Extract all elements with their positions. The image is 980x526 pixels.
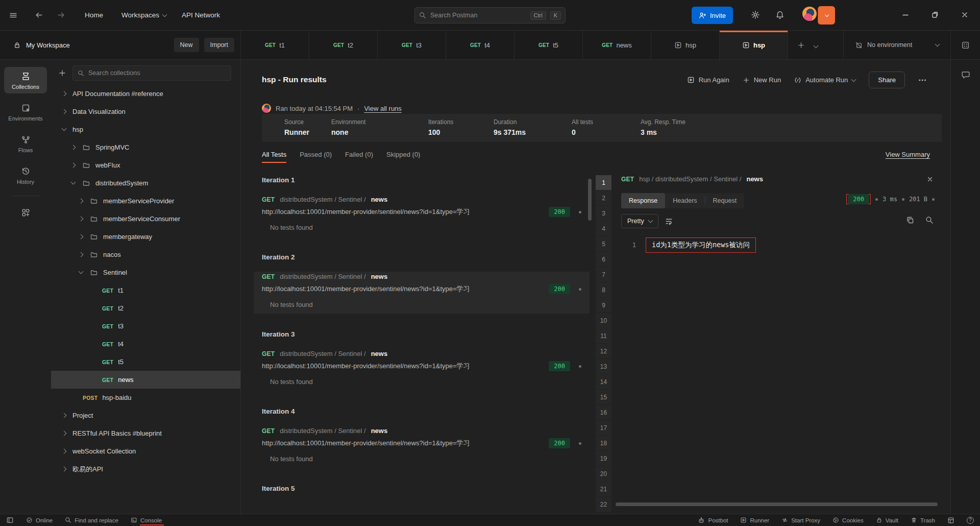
layout-panel-icon[interactable]	[950, 31, 980, 59]
back-arrow-icon[interactable]	[35, 11, 43, 19]
wrap-text-icon[interactable]	[665, 217, 673, 226]
rail-item-more-blocks[interactable]	[4, 203, 47, 221]
automate-run-button[interactable]: Automate Run	[794, 76, 855, 84]
tab-t5[interactable]: GETt5	[514, 31, 583, 59]
comment-icon[interactable]	[961, 70, 970, 514]
help-icon[interactable]: ?	[967, 517, 974, 524]
nav-api-network[interactable]: API Network	[182, 11, 220, 19]
iteration-number[interactable]: 17	[596, 420, 611, 436]
add-collection-plus-icon[interactable]	[58, 69, 66, 77]
iteration-number[interactable]: 5	[596, 236, 611, 252]
tree-item-folder[interactable]: nacos	[51, 246, 240, 264]
iteration-number[interactable]: 6	[596, 252, 611, 267]
menu-icon[interactable]	[9, 11, 17, 19]
start-proxy-button[interactable]: Start Proxy	[781, 517, 820, 523]
collections-search-input[interactable]	[88, 69, 226, 77]
iteration-number[interactable]: 13	[596, 359, 611, 374]
forward-arrow-icon[interactable]	[57, 11, 65, 19]
trash-button[interactable]: Trash	[911, 517, 935, 523]
tree-item-collection[interactable]: hsp	[51, 121, 240, 138]
view-all-runs-link[interactable]: View all runs	[364, 105, 401, 112]
notifications-bell-icon[interactable]	[775, 10, 785, 19]
window-close-button[interactable]	[961, 9, 969, 20]
tab-news[interactable]: GETnews	[583, 31, 651, 59]
iteration-number[interactable]: 12	[596, 344, 611, 359]
horizontal-scrollbar[interactable]	[616, 503, 938, 506]
tree-item-folder[interactable]: distributedSystem	[51, 174, 240, 192]
iteration-number[interactable]: 20	[596, 466, 611, 482]
iteration-number[interactable]: 14	[596, 374, 611, 390]
iteration-number[interactable]: 19	[596, 451, 611, 466]
tab-failed[interactable]: Failed (0)	[345, 151, 373, 163]
postbot-button[interactable]: Postbot	[698, 517, 728, 524]
iteration-number[interactable]: 1	[596, 175, 611, 190]
tree-item-collection[interactable]: Project	[51, 407, 240, 424]
tab-t1[interactable]: GETt1	[241, 31, 309, 59]
iteration-number[interactable]: 4	[596, 221, 611, 236]
iteration-request[interactable]: GET distributedSystem / Sentinel / news	[262, 196, 585, 203]
tree-item-request[interactable]: GETt4	[51, 335, 240, 353]
new-button[interactable]: New	[174, 38, 199, 52]
find-and-replace-button[interactable]: Find and replace	[65, 514, 118, 526]
window-minimize-button[interactable]	[901, 9, 910, 20]
rail-item-environments[interactable]: Environments	[4, 99, 47, 125]
iteration-number[interactable]: 9	[596, 298, 611, 313]
tree-item-request[interactable]: GETt1	[51, 281, 240, 299]
iteration-number[interactable]: 11	[596, 328, 611, 344]
tree-item-folder[interactable]: membergateway	[51, 228, 240, 246]
window-restore-button[interactable]	[931, 9, 939, 20]
pretty-dropdown[interactable]: Pretty	[621, 214, 658, 228]
iteration-number[interactable]: 3	[596, 206, 611, 221]
tree-item-folder[interactable]: memberServiceProvider	[51, 192, 240, 210]
tree-item-collection[interactable]: Data Visualization	[51, 103, 240, 121]
iteration-request[interactable]: GET distributedSystem / Sentinel / news	[262, 350, 585, 357]
console-button[interactable]: Console	[131, 514, 162, 526]
rail-item-flows[interactable]: Flows	[4, 130, 47, 157]
tab-skipped[interactable]: Skipped (0)	[386, 151, 420, 163]
tree-item-folder[interactable]: SpringMVC	[51, 138, 240, 156]
tree-item-request[interactable]: GETt5	[51, 353, 240, 371]
iteration-number[interactable]: 15	[596, 390, 611, 405]
import-button[interactable]: Import	[204, 38, 234, 52]
iteration-request[interactable]: GET distributedSystem / Sentinel / news	[262, 273, 585, 280]
tab-response[interactable]: Response	[621, 193, 665, 208]
rail-item-collections[interactable]: Collections	[4, 67, 47, 93]
vault-button[interactable]: Vault	[876, 517, 898, 523]
invite-button[interactable]: Invite	[692, 7, 733, 24]
nav-home[interactable]: Home	[85, 11, 103, 19]
close-icon[interactable]	[926, 176, 934, 183]
cookies-button[interactable]: Cookies	[832, 517, 864, 523]
run-again-button[interactable]: Run Again	[687, 76, 729, 84]
sidebar-toggle-icon[interactable]	[6, 514, 14, 526]
iteration-number[interactable]: 16	[596, 405, 611, 420]
online-status[interactable]: Online	[26, 514, 53, 526]
more-options-icon[interactable]: ⋯	[918, 75, 927, 85]
tab-headers[interactable]: Headers	[665, 193, 704, 208]
tree-item-folder[interactable]: Sentinel	[51, 264, 240, 281]
tree-item-request[interactable]: POSThsp-baidu	[51, 389, 240, 407]
tree-item-folder[interactable]: memberServiceConsumer	[51, 210, 240, 228]
tree-item-request[interactable]: GETt3	[51, 317, 240, 335]
iteration-number[interactable]: 22	[596, 497, 611, 512]
global-search[interactable]: Ctrl K	[414, 7, 566, 23]
tree-item-request-selected[interactable]: GETnews	[51, 371, 240, 389]
share-button[interactable]: Share	[869, 71, 905, 88]
search-input[interactable]	[430, 12, 526, 19]
iteration-number[interactable]: 2	[596, 190, 611, 206]
environment-selector[interactable]: No environment	[843, 31, 950, 59]
tree-item-collection[interactable]: 欧易的API	[51, 460, 240, 478]
tree-item-request[interactable]: GETt2	[51, 299, 240, 317]
tab-t3[interactable]: GETt3	[378, 31, 446, 59]
iteration-number[interactable]: 10	[596, 313, 611, 328]
tab-t2[interactable]: GETt2	[309, 31, 378, 59]
tab-all-tests[interactable]: All Tests	[262, 151, 286, 163]
iteration-number[interactable]: 7	[596, 267, 611, 282]
rail-item-history[interactable]: History	[4, 162, 47, 188]
iteration-number[interactable]: 8	[596, 282, 611, 298]
tab-request[interactable]: Request	[705, 193, 745, 208]
iteration-number[interactable]: 18	[596, 436, 611, 451]
window-grid-icon[interactable]	[947, 517, 954, 524]
tree-item-collection[interactable]: API Documentation #reference	[51, 85, 240, 103]
tree-item-folder[interactable]: webFlux	[51, 156, 240, 174]
search-body-icon[interactable]	[925, 216, 934, 224]
